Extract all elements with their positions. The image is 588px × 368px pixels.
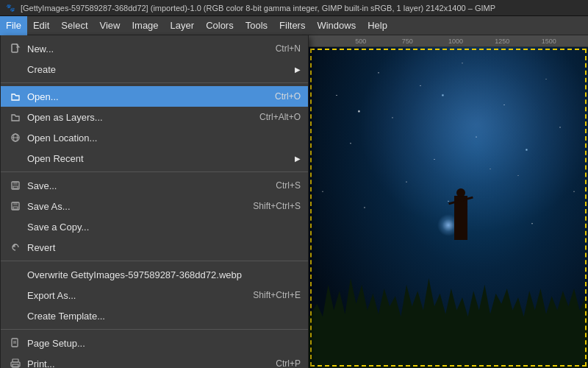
title-bar: 🐾 [GettyImages-597589287-368dd72] (impor…: [0, 0, 588, 16]
menu-item-save[interactable]: Save...Ctrl+S: [1, 175, 308, 196]
menu-item-filters[interactable]: Filters: [273, 16, 311, 35]
svg-rect-0: [12, 44, 18, 52]
svg-rect-13: [12, 359, 18, 362]
menu-item-save-copy[interactable]: Save a Copy...: [1, 216, 308, 237]
menu-item-open-layers[interactable]: Open as Layers...Ctrl+Alt+O: [1, 107, 308, 127]
menu-item-file[interactable]: File: [0, 16, 27, 35]
menu-item-icon-create: [8, 62, 23, 77]
file-menu-dropdown: New...Ctrl+NCreate▶Open...Ctrl+OOpen as …: [0, 35, 309, 368]
menu-item-label-save-copy: Save a Copy...: [27, 222, 301, 233]
menu-item-icon-revert: [8, 240, 23, 255]
image-canvas: [309, 47, 588, 368]
menu-separator: [1, 171, 308, 172]
menu-item-icon-page-setup: [8, 336, 23, 350]
milky-way: [309, 47, 588, 240]
menu-item-shortcut-print: Ctrl+P: [276, 358, 301, 368]
main-area: New...Ctrl+NCreate▶Open...Ctrl+OOpen as …: [0, 35, 588, 368]
menu-item-icon-create-template: [8, 308, 23, 323]
menu-item-page-setup[interactable]: Page Setup...: [1, 333, 308, 353]
menu-item-colors[interactable]: Colors: [200, 16, 240, 35]
menu-item-shortcut-save-as: Shift+Ctrl+S: [253, 201, 301, 211]
svg-rect-6: [13, 186, 18, 188]
menu-item-layer[interactable]: Layer: [165, 16, 201, 35]
ruler-mark: 750: [402, 38, 413, 45]
menu-separator: [1, 82, 308, 83]
menu-item-icon-open: [8, 89, 23, 104]
app-icon: 🐾: [4, 2, 16, 14]
menu-item-label-export-as: Export As...: [27, 290, 253, 301]
menu-item-icon-overwrite: [8, 267, 23, 282]
menu-separator: [1, 329, 308, 330]
menu-item-help[interactable]: Help: [362, 16, 393, 35]
menu-item-create-template[interactable]: Create Template...: [1, 305, 308, 326]
menu-item-print[interactable]: Print...Ctrl+P: [1, 353, 308, 368]
menu-item-label-print: Print...: [27, 358, 276, 369]
menu-item-label-save: Save...: [27, 180, 276, 191]
menu-item-icon-save-copy: [8, 219, 23, 234]
window-title: [GettyImages-597589287-368dd72] (importe…: [21, 4, 495, 13]
menu-item-open-recent[interactable]: Open Recent▶: [1, 148, 308, 169]
ruler-mark: 1250: [495, 38, 509, 45]
menu-item-icon-open-recent: [8, 151, 23, 166]
menu-item-label-open-location: Open Location...: [27, 132, 301, 144]
ruler-mark: 1000: [448, 38, 463, 45]
menu-item-create[interactable]: Create▶: [1, 59, 308, 79]
menu-item-label-create: Create: [27, 64, 290, 75]
menu-item-open[interactable]: Open...Ctrl+O: [1, 86, 308, 107]
menu-item-select[interactable]: Select: [55, 16, 93, 35]
menu-item-label-revert: Revert: [27, 242, 301, 253]
menu-item-label-open: Open...: [27, 91, 275, 102]
menu-item-icon-export-as: [8, 288, 23, 302]
menu-item-shortcut-open: Ctrl+O: [275, 91, 301, 102]
menu-item-export-as[interactable]: Export As...Shift+Ctrl+E: [1, 285, 308, 305]
menu-item-shortcut-export-as: Shift+Ctrl+E: [253, 290, 301, 300]
menu-item-image[interactable]: Image: [126, 16, 164, 35]
menu-item-icon-save: [8, 178, 23, 193]
menu-item-save-as[interactable]: Save As...Shift+Ctrl+S: [1, 196, 308, 216]
menu-item-overwrite[interactable]: Overwrite GettyImages-597589287-368dd72.…: [1, 264, 308, 285]
menu-item-label-open-recent: Open Recent: [27, 153, 290, 164]
menu-item-label-overwrite: Overwrite GettyImages-597589287-368dd72.…: [27, 269, 301, 280]
menu-item-label-create-template: Create Template...: [27, 311, 301, 322]
menu-item-edit[interactable]: Edit: [27, 16, 55, 35]
menu-item-arrow-open-recent: ▶: [295, 155, 301, 163]
menu-separator: [1, 261, 308, 261]
menu-item-icon-new: [8, 41, 23, 56]
person-silhouette: [454, 196, 467, 240]
ruler-top: 500750100012501500: [309, 35, 588, 47]
svg-rect-9: [13, 207, 18, 209]
menu-item-icon-save-as: [8, 199, 23, 213]
menu-item-label-page-setup: Page Setup...: [27, 338, 301, 349]
menu-item-windows[interactable]: Windows: [311, 16, 362, 35]
menu-item-icon-print: [8, 356, 23, 368]
menu-item-shortcut-save: Ctrl+S: [276, 180, 301, 191]
menu-item-new[interactable]: New...Ctrl+N: [1, 38, 308, 59]
svg-rect-8: [13, 202, 18, 205]
menu-item-view[interactable]: View: [94, 16, 126, 35]
svg-rect-5: [13, 182, 18, 185]
menu-item-label-new: New...: [27, 43, 276, 54]
menu-item-icon-open-location: [8, 130, 23, 145]
image-canvas-area: [309, 47, 588, 368]
menu-item-label-open-layers: Open as Layers...: [27, 112, 259, 123]
menu-bar: FileEditSelectViewImageLayerColorsToolsF…: [0, 16, 588, 35]
ruler-mark: 500: [355, 38, 366, 45]
menu-item-arrow-create: ▶: [295, 66, 301, 74]
menu-item-shortcut-new: Ctrl+N: [276, 43, 301, 54]
ruler-mark: 1500: [542, 38, 556, 45]
menu-item-shortcut-open-layers: Ctrl+Alt+O: [259, 112, 301, 122]
menu-item-icon-open-layers: [8, 110, 23, 124]
menu-item-revert[interactable]: Revert: [1, 237, 308, 258]
menu-item-tools[interactable]: Tools: [240, 16, 273, 35]
menu-item-label-save-as: Save As...: [27, 201, 253, 212]
menu-item-open-location[interactable]: Open Location...: [1, 127, 308, 148]
